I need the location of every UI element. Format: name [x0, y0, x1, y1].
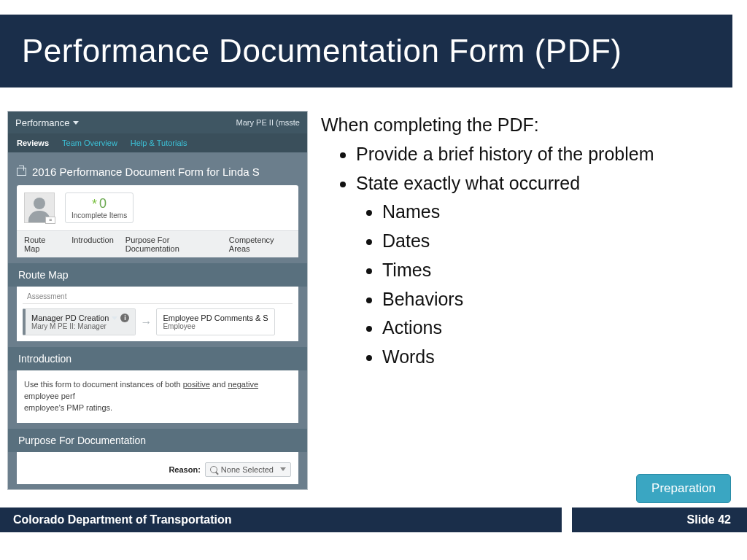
- route-step-employee-sub: Employee: [163, 322, 268, 330]
- purpose-body: Reason: None Selected: [17, 452, 298, 484]
- avatar-head-icon: [34, 198, 45, 209]
- assessment-label: Assessment: [23, 292, 293, 304]
- reason-label: Reason:: [169, 465, 200, 474]
- intro-negative: negative: [228, 380, 258, 389]
- tab-team-overview[interactable]: Team Overview: [62, 139, 117, 147]
- content-lead: When completing the PDF:: [321, 113, 729, 138]
- arrow-right-icon: →: [140, 316, 152, 329]
- sub-actions: Actions: [382, 316, 729, 341]
- route-step-manager-sub: Mary M PE II: Manager: [31, 322, 129, 330]
- summary-card: ≡ * 0 Incomplete Items: [17, 185, 298, 230]
- subtab-purpose[interactable]: Purpose For Documentation: [125, 236, 217, 253]
- bullet-history: Provide a brief history of the problem: [356, 142, 729, 167]
- asterisk-icon: *: [92, 198, 97, 211]
- subtab-competency[interactable]: Competency Areas: [229, 236, 291, 253]
- route-step-manager-title: Manager PD Creation: [31, 314, 109, 322]
- route-step-employee-title: Employee PD Comments & S: [163, 314, 268, 322]
- app-screenshot: Performance Mary PE II (msste Reviews Te…: [7, 111, 308, 490]
- tab-reviews[interactable]: Reviews: [17, 139, 49, 147]
- info-icon[interactable]: i: [120, 314, 129, 322]
- reason-dropdown[interactable]: None Selected: [205, 462, 291, 477]
- incomplete-count: 0: [99, 196, 107, 211]
- reason-value: None Selected: [221, 465, 274, 474]
- bullet-state: State exactly what occurred: [356, 171, 729, 196]
- sub-dates: Dates: [382, 229, 729, 254]
- preparation-badge: Preparation: [636, 474, 731, 503]
- intro-text-post: employee perf: [24, 392, 75, 400]
- avatar[interactable]: ≡: [24, 192, 55, 223]
- introduction-body: Use this form to document instances of b…: [17, 370, 298, 423]
- sub-names: Names: [382, 200, 729, 225]
- route-step-employee[interactable]: Employee PD Comments & S Employee: [156, 308, 274, 335]
- content-sublist: Names Dates Times Behaviors Actions Word…: [356, 200, 729, 370]
- title-bar: Performance Documentation Form (PDF): [0, 15, 732, 88]
- chevron-down-icon: [280, 467, 286, 471]
- current-user: Mary PE II (msste: [236, 118, 300, 127]
- sub-behaviors: Behaviors: [382, 287, 729, 312]
- purpose-header: Purpose For Documentation: [8, 429, 307, 452]
- app-topbar: Performance Mary PE II (msste: [8, 112, 307, 133]
- section-tabs: Route Map Introduction Purpose For Docum…: [17, 230, 298, 257]
- form-title: 2016 Performance Document Form for Linda…: [32, 166, 260, 178]
- avatar-badge-icon: ≡: [45, 217, 55, 224]
- content-list: Provide a brief history of the problem S…: [321, 142, 729, 370]
- route-map-body: Assessment Manager PD Creation i Mary M …: [17, 287, 298, 341]
- subtab-route-map[interactable]: Route Map: [24, 236, 60, 253]
- title-stripe: [732, 15, 747, 88]
- chevron-down-icon: [73, 121, 79, 125]
- intro-line2: employee's PMP ratings.: [24, 403, 112, 412]
- intro-positive: positive: [183, 380, 210, 389]
- app-tabs: Reviews Team Overview Help & Tutorials: [8, 133, 307, 152]
- form-header: 2016 Performance Document Form for Linda…: [8, 152, 307, 185]
- introduction-header: Introduction: [8, 347, 307, 370]
- route-map-header: Route Map: [8, 263, 307, 287]
- tab-help-tutorials[interactable]: Help & Tutorials: [131, 139, 187, 147]
- slide: Performance Documentation Form (PDF) Per…: [0, 0, 747, 560]
- incomplete-count-row: * 0: [71, 196, 127, 211]
- popout-icon[interactable]: [17, 168, 26, 176]
- subtab-introduction[interactable]: Introduction: [71, 236, 113, 253]
- sub-times: Times: [382, 258, 729, 283]
- footer-org: Colorado Department of Transportation: [0, 508, 562, 532]
- footer-slide-number: Slide 42: [572, 508, 747, 532]
- footer-gap: [562, 508, 572, 532]
- route-step-manager[interactable]: Manager PD Creation i Mary M PE II: Mana…: [23, 308, 136, 335]
- intro-text-mid: and: [210, 380, 228, 389]
- performance-menu-label: Performance: [15, 117, 69, 128]
- incomplete-items-tile[interactable]: * 0 Incomplete Items: [65, 192, 133, 223]
- performance-menu[interactable]: Performance: [15, 117, 79, 128]
- chevron-down-icon: [112, 316, 117, 320]
- route-step-manager-title-row: Manager PD Creation i: [31, 314, 129, 322]
- route-steps: Manager PD Creation i Mary M PE II: Mana…: [23, 308, 293, 335]
- footer: Colorado Department of Transportation Sl…: [0, 508, 747, 532]
- slide-content: When completing the PDF: Provide a brief…: [321, 113, 729, 374]
- intro-text-pre: Use this form to document instances of b…: [24, 380, 183, 389]
- slide-title: Performance Documentation Form (PDF): [22, 33, 622, 69]
- incomplete-label: Incomplete Items: [71, 211, 127, 219]
- search-icon: [210, 466, 217, 473]
- sub-words: Words: [382, 345, 729, 370]
